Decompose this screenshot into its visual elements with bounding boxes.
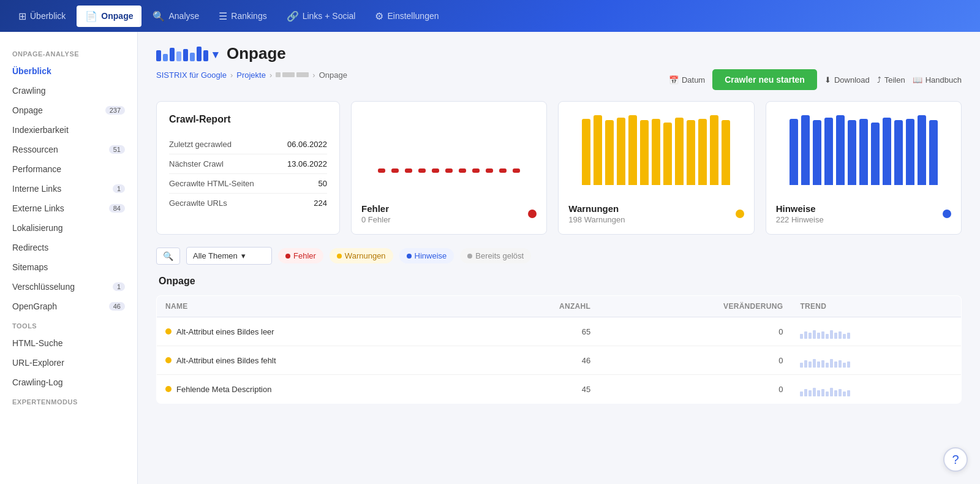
chart-bar [813,120,821,185]
download-button[interactable]: ⬇ Download [824,75,870,85]
hinweise-chip-dot [407,254,412,259]
row-anzahl: 65 [478,317,599,346]
nav-analyse[interactable]: 🔍 Analyse [144,6,208,27]
main-content: ▾ Onpage SISTRIX für Google › Projekte ›… [138,32,980,484]
row-trend [791,346,961,375]
fehler-card: Fehler 0 Fehler [351,101,547,235]
breadcrumb-projekte[interactable]: Projekte [236,70,266,80]
nav-ueberblick[interactable]: ⊞ Überblick [10,6,74,27]
sidebar-item-opengraph[interactable]: OpenGraph 46 [0,297,137,316]
chart-bar [894,120,903,185]
onpage-badge: 237 [105,106,125,115]
chart-bar [582,119,590,185]
sidebar-item-externe-links[interactable]: Externe Links 84 [0,199,137,218]
chart-bar [687,120,695,185]
row-name: Fehlende Meta Description [157,375,478,404]
externe-links-badge: 84 [109,204,125,213]
filter-bar: 🔍 Alle Themen ▾ Fehler Warnungen Hinweis… [156,247,962,265]
col-trend: Trend [791,296,961,317]
sidebar-item-interne-links[interactable]: Interne Links 1 [0,179,137,199]
breadcrumb-sistrix[interactable]: SISTRIX für Google [156,70,227,80]
analyse-icon: 🔍 [153,10,165,22]
datum-button[interactable]: 📅 Datum [669,75,705,85]
crawl-row-3: Gecrawlte URLs 224 [169,194,327,213]
col-veraenderung: Veränderung [599,296,791,317]
filter-search[interactable]: 🔍 [156,248,180,265]
ueberblick-icon: ⊞ [18,10,26,22]
crawler-neu-starten-button[interactable]: Crawler neu starten [712,69,817,90]
sidebar-item-performance[interactable]: Performance [0,159,137,179]
nav-rankings[interactable]: ☰ Rankings [210,6,275,27]
row-trend [791,375,961,404]
chip-hinweise[interactable]: Hinweise [399,248,454,263]
chart-bar [675,118,684,185]
sidebar-item-ueberblick[interactable]: Überblick [0,61,137,81]
nav-links-social[interactable]: 🔗 Links + Social [278,6,364,27]
chart-bar [836,115,845,185]
chip-fehler[interactable]: Fehler [278,248,323,263]
nav-einstellungen[interactable]: ⚙ Einstellungen [366,6,447,27]
chart-bar [801,115,810,185]
sidebar-item-verschluesselung[interactable]: Verschlüsselung 1 [0,277,137,297]
share-icon: ⤴ [877,75,881,85]
chart-bar [906,119,914,185]
table-row[interactable]: Alt-Attribut eines Bildes leer650 [157,317,962,346]
sidebar-item-crawling-log[interactable]: Crawling-Log [0,372,137,392]
breadcrumb-project-placeholder [276,72,309,77]
chevron-down-icon: ▾ [241,251,246,260]
onpage-icon: 📄 [85,10,97,22]
logo: ▾ [156,47,218,61]
sidebar-item-sitemaps[interactable]: Sitemaps [0,257,137,277]
sidebar-item-html-suche[interactable]: HTML-Suche [0,333,137,353]
crawl-report-card: Crawl-Report Zuletzt gecrawled 06.06.202… [156,101,340,235]
row-dot [165,386,172,392]
col-name: Name [157,296,478,317]
chip-warnungen[interactable]: Warnungen [330,248,393,263]
hinweise-card: Hinweise 222 Hinweise [766,101,962,235]
row-name: Alt-Attribut eines Bildes fehlt [157,346,478,375]
einstellungen-icon: ⚙ [375,10,383,22]
handbuch-button[interactable]: 📖 Handbuch [913,75,962,85]
chart-bar [652,119,660,185]
rankings-icon: ☰ [219,10,227,22]
themen-select[interactable]: Alle Themen ▾ [186,247,272,265]
chart-bar [628,115,637,185]
calendar-icon: 📅 [669,75,679,85]
row-name: Alt-Attribut eines Bildes leer [157,317,478,346]
chart-bar [871,123,880,185]
crawl-row-0: Zuletzt gecrawled 06.06.2022 [169,135,327,154]
logo-bar-1 [156,50,161,61]
sidebar-item-redirects[interactable]: Redirects [0,238,137,257]
search-icon: 🔍 [163,251,173,261]
sidebar-item-url-explorer[interactable]: URL-Explorer [0,353,137,372]
fehler-chart [361,112,537,197]
col-anzahl: Anzahl [478,296,599,317]
warnungen-info: Warnungen 198 Warnungen [568,203,625,224]
row-veraenderung: 0 [599,375,791,404]
breadcrumb-onpage: Onpage [319,70,347,80]
warnungen-chip-dot [337,254,342,259]
row-anzahl: 45 [478,375,599,404]
book-icon: 📖 [913,75,922,85]
chart-bar [663,123,672,185]
help-button[interactable]: ? [943,447,968,472]
sidebar-item-lokalisierung[interactable]: Lokalisierung [0,218,137,238]
sidebar-item-ressourcen[interactable]: Ressourcen 51 [0,140,137,159]
fehler-title: Fehler 0 Fehler [361,203,391,224]
sidebar-item-crawling[interactable]: Crawling [0,81,137,100]
row-dot [165,328,172,335]
page-title: Onpage [227,44,286,63]
nav-onpage[interactable]: 📄 Onpage [77,6,141,27]
sidebar-section-onpage-analyse: ONPAGE-ANALYSE [0,44,137,61]
chart-bar [848,120,856,185]
onpage-table: Name Anzahl Veränderung Trend Alt-Attrib… [156,295,962,404]
chart-bar [722,120,730,185]
logo-bar-2 [163,54,168,61]
sidebar-item-indexierbarkeit[interactable]: Indexierbarkeit [0,120,137,140]
sidebar-item-onpage[interactable]: Onpage 237 [0,100,137,120]
table-row[interactable]: Fehlende Meta Description450 [157,375,962,404]
chart-bar [594,115,602,185]
teilen-button[interactable]: ⤴ Teilen [877,75,905,85]
chip-geloest[interactable]: Bereits gelöst [460,248,531,263]
table-row[interactable]: Alt-Attribut eines Bildes fehlt460 [157,346,962,375]
